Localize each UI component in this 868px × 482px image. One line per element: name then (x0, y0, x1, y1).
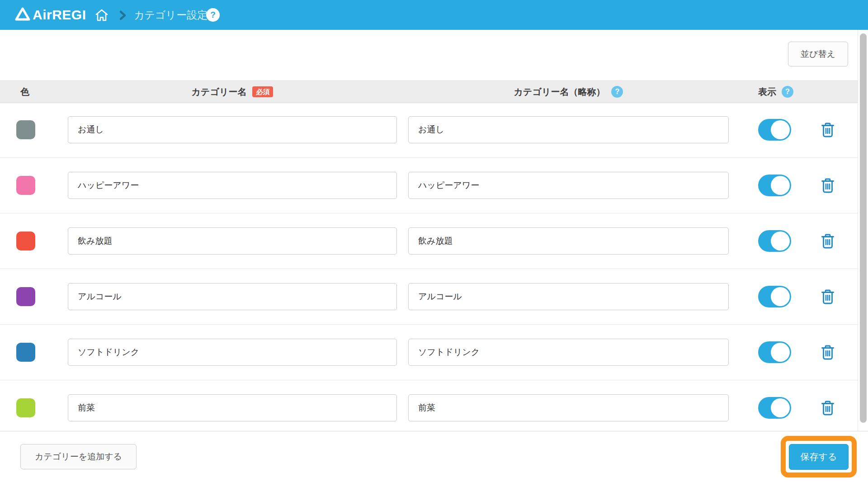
category-shortname-input[interactable] (408, 116, 729, 143)
table-row (0, 380, 858, 436)
category-shortname-input[interactable] (408, 227, 729, 255)
category-color-swatch[interactable] (16, 343, 35, 362)
footer-bar: カテゴリーを追加する 保存する (0, 431, 868, 482)
trash-icon[interactable] (820, 288, 835, 306)
category-shortname-input[interactable] (408, 283, 729, 310)
category-color-swatch[interactable] (16, 232, 35, 250)
toggle-knob (771, 176, 790, 195)
save-button[interactable]: 保存する (789, 444, 849, 470)
visibility-toggle[interactable] (758, 286, 791, 307)
short-name-help-icon[interactable]: ? (611, 86, 623, 98)
toggle-knob (771, 398, 790, 417)
category-color-swatch[interactable] (16, 120, 35, 139)
category-rows (0, 102, 858, 436)
category-name-input[interactable] (68, 283, 397, 310)
breadcrumb: カテゴリー設定 (134, 0, 208, 30)
column-header-name: カテゴリー名 必須 (68, 81, 397, 103)
table-row (0, 213, 858, 269)
table-row (0, 158, 858, 213)
column-header-visibility-label: 表示 (758, 86, 776, 98)
category-name-input[interactable] (68, 394, 397, 421)
category-color-swatch[interactable] (16, 398, 35, 417)
category-name-input[interactable] (68, 339, 397, 366)
airregi-logo-icon (15, 7, 30, 23)
category-shortname-input[interactable] (408, 339, 729, 366)
visibility-toggle[interactable] (758, 119, 791, 141)
visibility-toggle[interactable] (758, 175, 791, 196)
brand-name: AirREGI (33, 0, 86, 30)
column-header-short-name-label: カテゴリー名（略称） (514, 86, 605, 98)
trash-icon[interactable] (820, 344, 835, 361)
home-icon[interactable] (94, 9, 109, 22)
category-shortname-input[interactable] (408, 172, 729, 199)
table-row (0, 102, 858, 158)
scrollbar-track[interactable] (858, 30, 868, 431)
sort-button[interactable]: 並び替え (788, 42, 848, 66)
table-row (0, 325, 858, 380)
toggle-knob (771, 120, 790, 139)
trash-icon[interactable] (820, 177, 835, 194)
toggle-knob (771, 232, 790, 250)
table-header: 色 カテゴリー名 必須 カテゴリー名（略称） ? 表示 ? (0, 80, 858, 103)
page-help-icon[interactable]: ? (206, 8, 220, 22)
category-name-input[interactable] (68, 116, 397, 143)
category-name-input[interactable] (68, 172, 397, 199)
table-row (0, 269, 858, 325)
add-category-button[interactable]: カテゴリーを追加する (20, 444, 137, 469)
column-header-visibility: 表示 ? (731, 81, 821, 103)
toggle-knob (771, 287, 790, 306)
column-header-color: 色 (20, 81, 29, 103)
toggle-knob (771, 343, 790, 362)
category-color-swatch[interactable] (16, 287, 35, 306)
trash-icon[interactable] (820, 233, 835, 250)
visibility-toggle[interactable] (758, 341, 791, 363)
required-badge: 必須 (252, 86, 273, 97)
category-name-input[interactable] (68, 227, 397, 255)
visibility-toggle[interactable] (758, 397, 791, 419)
trash-icon[interactable] (820, 400, 835, 417)
category-color-swatch[interactable] (16, 176, 35, 195)
category-shortname-input[interactable] (408, 394, 729, 421)
app-bar: AirREGI カテゴリー設定 ? (0, 0, 868, 30)
column-header-name-label: カテゴリー名 (192, 86, 247, 98)
visibility-help-icon[interactable]: ? (782, 86, 793, 98)
column-header-short-name: カテゴリー名（略称） ? (408, 81, 729, 103)
scrollbar-thumb[interactable] (860, 33, 867, 423)
trash-icon[interactable] (820, 122, 835, 139)
breadcrumb-chevron-icon (118, 10, 127, 23)
visibility-toggle[interactable] (758, 230, 791, 252)
